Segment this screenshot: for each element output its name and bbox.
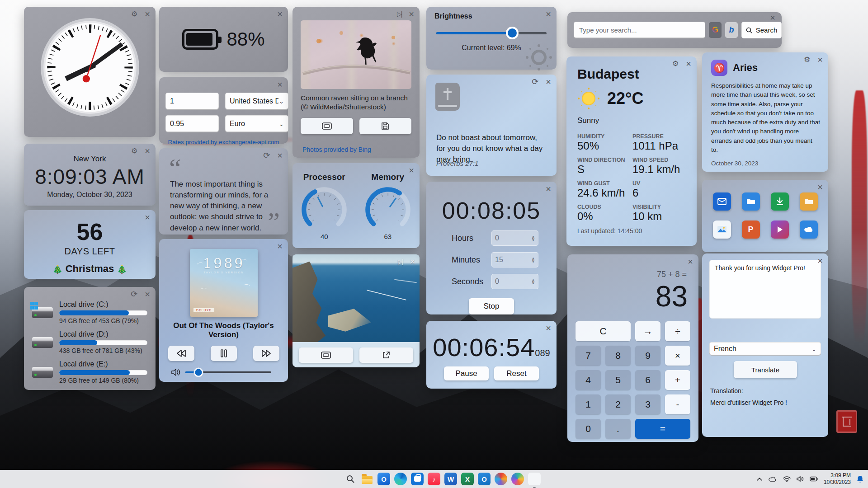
next-track-button[interactable]	[253, 346, 279, 361]
set-wallpaper-button[interactable]	[301, 118, 353, 134]
previous-track-button[interactable]	[168, 346, 194, 361]
close-icon[interactable]: ×	[277, 151, 283, 160]
close-icon[interactable]: ×	[546, 324, 551, 333]
calc-key-divide[interactable]: ÷	[665, 321, 690, 341]
close-icon[interactable]: ×	[277, 80, 283, 89]
file-explorer-icon[interactable]	[361, 473, 373, 485]
close-icon[interactable]: ×	[145, 290, 150, 299]
currency-converted-input[interactable]: 0.95	[165, 115, 219, 132]
open-photo-button[interactable]	[359, 347, 414, 363]
stepper-chevrons-icon[interactable]: ∧∨	[532, 279, 535, 284]
gear-icon[interactable]: ⚙	[131, 147, 137, 155]
volume-slider[interactable]	[185, 371, 271, 373]
excel-icon[interactable]: X	[461, 473, 474, 485]
gear-icon[interactable]: ⚙	[804, 56, 810, 63]
word-icon[interactable]: W	[444, 473, 457, 485]
edge-icon[interactable]	[394, 473, 407, 485]
close-icon[interactable]: ×	[145, 9, 150, 19]
close-icon[interactable]: ×	[145, 146, 150, 155]
gear-icon[interactable]: ⚙	[131, 10, 137, 18]
close-icon[interactable]: ×	[409, 9, 414, 19]
close-icon[interactable]: ×	[817, 183, 823, 192]
close-icon[interactable]: ×	[145, 213, 150, 222]
calc-key-minus[interactable]: -	[665, 394, 690, 414]
next-photo-icon[interactable]: ▷|	[397, 11, 401, 17]
stopwatch-reset-button[interactable]: Reset	[494, 366, 539, 380]
search-input[interactable]	[574, 22, 705, 38]
timer-hours-stepper[interactable]: 0∧∨	[491, 230, 538, 246]
tray-clock[interactable]: 3:09 PM 10/30/2023	[824, 472, 851, 486]
powerpoint-app-icon[interactable]: P	[742, 221, 760, 239]
calc-key-7[interactable]: 7	[576, 346, 601, 366]
close-icon[interactable]: ×	[686, 59, 691, 68]
colorful-swirl-app-icon[interactable]	[495, 473, 507, 485]
calc-key-backspace[interactable]: →	[635, 321, 660, 341]
apple-music-icon[interactable]: ♪	[428, 473, 440, 485]
exchange-rates-link[interactable]: Rates provided by exchangerate-api.com	[159, 139, 288, 145]
calc-key-9[interactable]: 9	[635, 346, 660, 366]
battery-tray-icon[interactable]	[810, 476, 818, 482]
close-icon[interactable]: ×	[277, 9, 283, 19]
brightness-slider[interactable]	[436, 28, 547, 38]
volume-thumb[interactable]	[195, 369, 202, 376]
close-icon[interactable]: ×	[546, 184, 551, 193]
calc-key-0[interactable]: 0	[576, 419, 601, 439]
calc-key-4[interactable]: 4	[576, 370, 601, 390]
save-photo-button[interactable]	[359, 118, 412, 134]
close-icon[interactable]: ×	[546, 77, 551, 86]
stepper-chevrons-icon[interactable]: ∧∨	[532, 236, 535, 241]
close-icon[interactable]: ×	[277, 242, 283, 251]
close-icon[interactable]: ×	[409, 166, 414, 175]
downloads-app-icon[interactable]	[771, 192, 789, 211]
documents-folder-icon[interactable]	[800, 192, 818, 211]
refresh-icon[interactable]: ⟳	[532, 78, 538, 86]
timer-seconds-stepper[interactable]: 0∧∨	[491, 274, 538, 289]
stepper-chevrons-icon[interactable]: ∧∨	[532, 258, 535, 263]
close-icon[interactable]: ×	[817, 55, 823, 64]
google-engine-button[interactable]: G	[709, 22, 722, 38]
translator-language-select[interactable]: French⌄	[709, 342, 821, 356]
timer-minutes-stepper[interactable]: 15∧∨	[491, 252, 538, 267]
mail-app-icon[interactable]	[713, 192, 731, 211]
calc-key-clear[interactable]: C	[576, 321, 631, 341]
onedrive-tray-icon[interactable]	[768, 476, 777, 482]
wifi-icon[interactable]	[783, 476, 791, 482]
onedrive-app-icon[interactable]	[800, 221, 818, 239]
close-icon[interactable]: ×	[546, 9, 551, 19]
calc-key-plus[interactable]: +	[665, 370, 690, 390]
close-icon[interactable]: ×	[410, 257, 415, 266]
calc-key-2[interactable]: 2	[605, 394, 631, 414]
stopwatch-pause-button[interactable]: Pause	[444, 366, 489, 380]
photos-app-icon[interactable]	[713, 221, 731, 239]
widget-pro-icon[interactable]	[528, 473, 541, 485]
calc-key-5[interactable]: 5	[605, 370, 631, 390]
volume-icon[interactable]	[797, 476, 804, 482]
photos-icon[interactable]	[511, 473, 524, 485]
media-player-app-icon[interactable]	[771, 221, 789, 239]
search-button[interactable]: Search	[741, 22, 782, 38]
calc-key-equals[interactable]: =	[635, 419, 690, 439]
gear-icon[interactable]: ⚙	[672, 60, 679, 67]
close-icon[interactable]: ×	[817, 256, 823, 265]
file-explorer-app-icon[interactable]	[742, 192, 760, 211]
outlook-new-icon[interactable]: O	[377, 473, 390, 485]
calc-key-1[interactable]: 1	[576, 394, 601, 414]
close-icon[interactable]: ×	[770, 13, 775, 22]
notification-bell-icon[interactable]	[857, 475, 863, 483]
currency-to-select[interactable]: Euro⌄	[225, 115, 288, 132]
pause-button[interactable]	[211, 346, 237, 361]
calc-key-3[interactable]: 3	[635, 394, 660, 414]
calc-key-decimal[interactable]: .	[605, 419, 631, 439]
timer-stop-button[interactable]: Stop	[469, 298, 514, 314]
currency-from-select[interactable]: United States D⌄	[225, 93, 288, 110]
outlook-icon[interactable]: O	[478, 473, 491, 485]
microsoft-store-icon[interactable]	[411, 473, 424, 485]
next-photo-icon[interactable]: ▷|	[398, 258, 402, 265]
refresh-icon[interactable]: ⟳	[263, 151, 270, 160]
translate-button[interactable]: Translate	[734, 361, 797, 378]
brightness-thumb[interactable]	[508, 28, 517, 38]
tray-chevron-icon[interactable]	[757, 477, 762, 481]
currency-amount-input[interactable]: 1	[165, 93, 219, 110]
calc-key-multiply[interactable]: ×	[665, 346, 690, 366]
set-wallpaper-button[interactable]	[299, 347, 353, 363]
